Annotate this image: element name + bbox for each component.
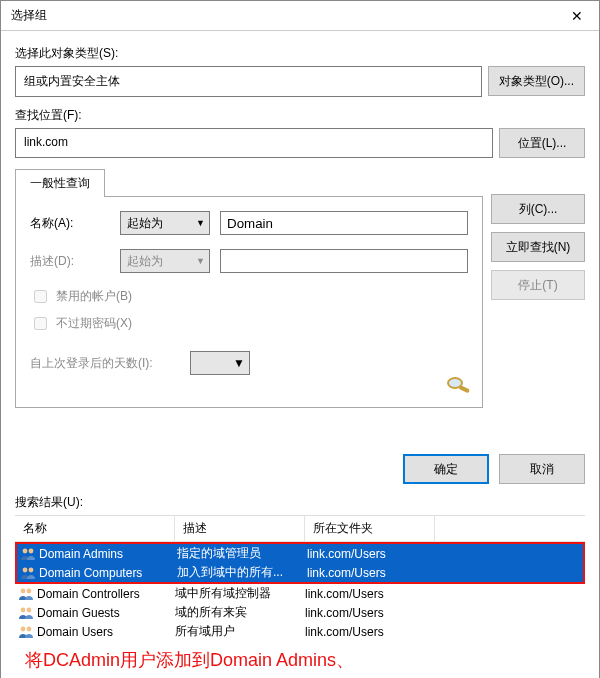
disabled-accounts-checkbox: 禁用的帐户(B): [30, 287, 468, 306]
ok-button[interactable]: 确定: [403, 454, 489, 484]
days-since-logon-label: 自上次登录后的天数(I):: [30, 355, 180, 372]
query-tabstrip: 一般性查询 名称(A): 起始为 ▼ 描述(D):: [15, 168, 585, 408]
results-listview[interactable]: 名称 描述 所在文件夹 Domain Admins指定的域管理员link.com…: [15, 515, 585, 641]
listview-header[interactable]: 名称 描述 所在文件夹: [15, 516, 585, 542]
svg-rect-1: [458, 385, 470, 393]
row-desc: 域的所有来宾: [175, 604, 305, 621]
window-title: 选择组: [11, 7, 47, 24]
object-type-field[interactable]: 组或内置安全主体: [15, 66, 482, 97]
group-icon: [20, 546, 36, 562]
days-since-logon-combo: ▼: [190, 351, 250, 375]
description-input: [220, 249, 468, 273]
svg-point-11: [27, 626, 32, 631]
annotation-line-1: 将DCAdmin用户添加到Domain Admins、: [25, 650, 354, 670]
find-now-button-label: 立即查找(N): [506, 239, 571, 256]
columns-button[interactable]: 列(C)...: [491, 194, 585, 224]
nonexpiring-password-label: 不过期密码(X): [56, 315, 132, 332]
results-label: 搜索结果(U):: [15, 494, 585, 511]
search-decor-icon: [442, 373, 474, 397]
svg-point-2: [23, 548, 28, 553]
row-folder: link.com/Users: [305, 587, 435, 601]
nonexpiring-password-checkbox: 不过期密码(X): [30, 314, 468, 333]
svg-point-4: [23, 567, 28, 572]
row-name: Domain Users: [37, 625, 113, 639]
table-row[interactable]: Domain Guests域的所有来宾link.com/Users: [15, 603, 585, 622]
row-name: Domain Guests: [37, 606, 120, 620]
svg-point-6: [21, 588, 26, 593]
description-match-combo: 起始为 ▼: [120, 249, 210, 273]
table-row[interactable]: Domain Admins指定的域管理员link.com/Users: [17, 544, 583, 563]
chevron-down-icon: ▼: [196, 256, 205, 266]
disabled-accounts-box: [34, 290, 47, 303]
titlebar: 选择组 ✕: [1, 1, 599, 31]
query-panel: 名称(A): 起始为 ▼ 描述(D): 起始为 ▼: [15, 196, 483, 408]
table-row[interactable]: Domain Computers加入到域中的所有...link.com/User…: [17, 563, 583, 582]
name-match-value: 起始为: [127, 215, 163, 232]
location-label: 查找位置(F):: [15, 107, 585, 124]
content-area: 选择此对象类型(S): 组或内置安全主体 对象类型(O)... 查找位置(F):…: [1, 31, 599, 678]
stop-button: 停止(T): [491, 270, 585, 300]
svg-point-10: [21, 626, 26, 631]
group-icon: [18, 605, 34, 621]
group-icon: [20, 565, 36, 581]
row-desc: 指定的域管理员: [177, 545, 307, 562]
column-header-name[interactable]: 名称: [15, 516, 175, 541]
cancel-button-label: 取消: [530, 461, 554, 478]
description-label: 描述(D):: [30, 253, 110, 270]
row-desc: 域中所有域控制器: [175, 585, 305, 602]
chevron-down-icon: ▼: [196, 218, 205, 228]
svg-point-3: [29, 548, 34, 553]
location-field[interactable]: link.com: [15, 128, 493, 158]
cancel-button[interactable]: 取消: [499, 454, 585, 484]
svg-point-9: [27, 607, 32, 612]
name-input[interactable]: [220, 211, 468, 235]
group-icon: [18, 624, 34, 640]
row-desc: 所有域用户: [175, 623, 305, 640]
column-header-folder[interactable]: 所在文件夹: [305, 516, 435, 541]
row-folder: link.com/Users: [305, 625, 435, 639]
nonexpiring-password-box: [34, 317, 47, 330]
description-match-value: 起始为: [127, 253, 163, 270]
row-folder: link.com/Users: [307, 547, 437, 561]
side-buttons: 列(C)... 立即查找(N) 停止(T): [491, 168, 585, 408]
svg-point-7: [27, 588, 32, 593]
ok-button-label: 确定: [434, 461, 458, 478]
object-types-button[interactable]: 对象类型(O)...: [488, 66, 585, 96]
annotation-text: 将DCAdmin用户添加到Domain Admins、 Domain Compu…: [15, 641, 585, 678]
tab-label: 一般性查询: [30, 176, 90, 190]
row-name: Domain Computers: [39, 566, 142, 580]
stop-button-label: 停止(T): [518, 277, 557, 294]
dialog-select-group: 选择组 ✕ 选择此对象类型(S): 组或内置安全主体 对象类型(O)... 查找…: [0, 0, 600, 678]
name-label: 名称(A):: [30, 215, 110, 232]
row-name: Domain Controllers: [37, 587, 140, 601]
object-type-value: 组或内置安全主体: [24, 74, 120, 88]
chevron-down-icon: ▼: [233, 356, 245, 370]
listview-rows: Domain Admins指定的域管理员link.com/UsersDomain…: [15, 542, 585, 641]
row-folder: link.com/Users: [307, 566, 437, 580]
object-type-label: 选择此对象类型(S):: [15, 45, 585, 62]
find-now-button[interactable]: 立即查找(N): [491, 232, 585, 262]
svg-point-5: [29, 567, 34, 572]
location-value: link.com: [24, 135, 68, 149]
close-button[interactable]: ✕: [555, 1, 599, 31]
row-folder: link.com/Users: [305, 606, 435, 620]
close-icon: ✕: [571, 8, 583, 24]
group-icon: [18, 586, 34, 602]
column-header-desc[interactable]: 描述: [175, 516, 305, 541]
footer-buttons: 确定 取消: [15, 448, 585, 494]
disabled-accounts-label: 禁用的帐户(B): [56, 288, 132, 305]
row-desc: 加入到域中的所有...: [177, 564, 307, 581]
object-types-button-label: 对象类型(O)...: [499, 73, 574, 90]
row-name: Domain Admins: [39, 547, 123, 561]
columns-button-label: 列(C)...: [519, 201, 558, 218]
name-match-combo[interactable]: 起始为 ▼: [120, 211, 210, 235]
locations-button-label: 位置(L)...: [518, 135, 567, 152]
svg-point-8: [21, 607, 26, 612]
table-row[interactable]: Domain Users所有域用户link.com/Users: [15, 622, 585, 641]
table-row[interactable]: Domain Controllers域中所有域控制器link.com/Users: [15, 584, 585, 603]
locations-button[interactable]: 位置(L)...: [499, 128, 585, 158]
tab-common-queries[interactable]: 一般性查询: [15, 169, 105, 197]
